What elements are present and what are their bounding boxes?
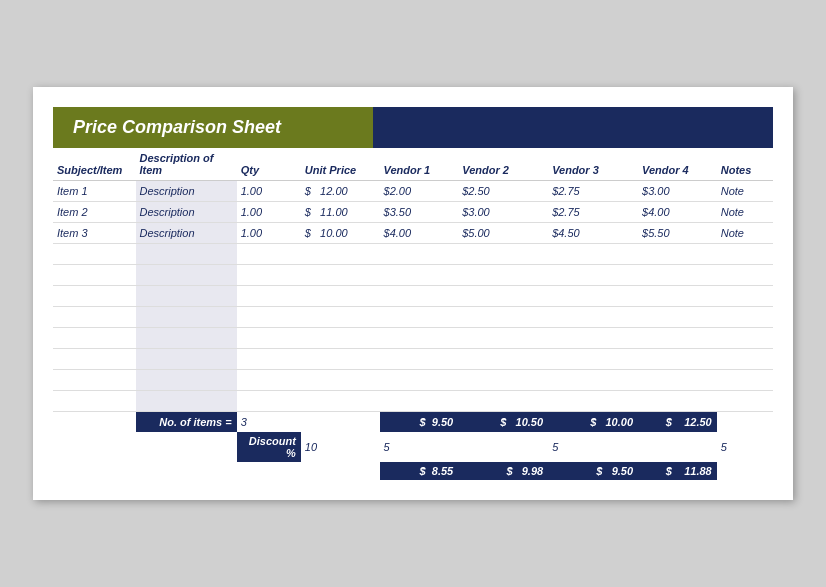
empty-cell bbox=[638, 265, 717, 286]
empty-cell bbox=[237, 265, 301, 286]
cell-v2: $5.00 bbox=[458, 223, 548, 244]
empty-cell bbox=[301, 244, 380, 265]
empty-sum bbox=[717, 462, 773, 480]
col-header-subject: Subject/Item bbox=[53, 148, 136, 181]
empty-cell bbox=[53, 370, 136, 391]
col-header-vendor3: Vendor 3 bbox=[548, 148, 638, 181]
empty-sum bbox=[53, 432, 136, 462]
cell-notes: Note bbox=[717, 181, 773, 202]
empty-cell bbox=[638, 328, 717, 349]
col-header-unit-price: Unit Price bbox=[301, 148, 380, 181]
empty-sum bbox=[301, 462, 380, 480]
empty-cell bbox=[380, 370, 459, 391]
cell-notes: Note bbox=[717, 202, 773, 223]
empty-cell bbox=[458, 328, 548, 349]
v2-discount: 5 bbox=[380, 432, 459, 462]
empty-cell bbox=[717, 349, 773, 370]
empty-row bbox=[53, 265, 773, 286]
empty-cell bbox=[237, 370, 301, 391]
empty-cell bbox=[548, 391, 638, 412]
empty-cell bbox=[638, 286, 717, 307]
v3-discount: 5 bbox=[548, 432, 638, 462]
v4-final: $ 11.88 bbox=[638, 462, 717, 480]
empty-row bbox=[53, 349, 773, 370]
empty-cell bbox=[301, 328, 380, 349]
col-header-qty: Qty bbox=[237, 148, 301, 181]
summary-row-discount: Discount % 10 5 5 5 bbox=[53, 432, 773, 462]
empty-cell bbox=[53, 265, 136, 286]
empty-row bbox=[53, 370, 773, 391]
v1-total: $ 9.50 bbox=[380, 412, 459, 433]
cell-notes: Note bbox=[717, 223, 773, 244]
empty-cell bbox=[458, 286, 548, 307]
cell-qty: 1.00 bbox=[237, 181, 301, 202]
empty-sum bbox=[53, 462, 136, 480]
col-header-vendor2: Vendor 2 bbox=[458, 148, 548, 181]
cell-subject: Item 3 bbox=[53, 223, 136, 244]
empty-cell bbox=[548, 349, 638, 370]
cell-qty: 1.00 bbox=[237, 223, 301, 244]
empty-cell bbox=[237, 286, 301, 307]
empty-cell bbox=[301, 370, 380, 391]
cell-description: Description bbox=[136, 202, 237, 223]
cell-v1: $2.00 bbox=[380, 181, 459, 202]
page: Price Comparison Sheet Subject/Item Desc… bbox=[33, 87, 793, 500]
column-header-row: Subject/Item Description of Item Qty Uni… bbox=[53, 148, 773, 181]
cell-v4: $4.00 bbox=[638, 202, 717, 223]
empty-cell bbox=[380, 328, 459, 349]
empty-sum bbox=[53, 412, 136, 433]
table-body: Item 1 Description 1.00 $ 12.00 $2.00 $2… bbox=[53, 181, 773, 481]
cell-v2: $2.50 bbox=[458, 181, 548, 202]
empty-cell bbox=[237, 391, 301, 412]
empty-cell bbox=[638, 370, 717, 391]
summary-row-totals: No. of items = 3 $ 9.50 $ 10.50 $ 10.00 … bbox=[53, 412, 773, 433]
discount-label: Discount % bbox=[237, 432, 301, 462]
empty-cell bbox=[717, 265, 773, 286]
empty-cell bbox=[548, 244, 638, 265]
empty-cell bbox=[717, 370, 773, 391]
empty-row bbox=[53, 244, 773, 265]
empty-cell bbox=[458, 307, 548, 328]
table-row: Item 3 Description 1.00 $ 10.00 $4.00 $5… bbox=[53, 223, 773, 244]
empty-cell bbox=[717, 244, 773, 265]
cell-description: Description bbox=[136, 223, 237, 244]
v3-final: $ 9.50 bbox=[548, 462, 638, 480]
col-header-vendor4: Vendor 4 bbox=[638, 148, 717, 181]
v1-final: $ 8.55 bbox=[380, 462, 459, 480]
empty-cell bbox=[237, 349, 301, 370]
cell-v3: $4.50 bbox=[548, 223, 638, 244]
title-block: Price Comparison Sheet bbox=[53, 107, 373, 148]
no-of-items-label: No. of items = bbox=[136, 412, 237, 433]
title-right bbox=[373, 107, 773, 148]
empty-sum bbox=[136, 432, 237, 462]
cell-v2: $3.00 bbox=[458, 202, 548, 223]
table-row: Item 1 Description 1.00 $ 12.00 $2.00 $2… bbox=[53, 181, 773, 202]
empty-cell bbox=[380, 391, 459, 412]
empty-cell bbox=[53, 307, 136, 328]
empty-cell bbox=[458, 349, 548, 370]
empty-cell bbox=[458, 244, 548, 265]
empty-cell bbox=[638, 244, 717, 265]
cell-v3: $2.75 bbox=[548, 181, 638, 202]
empty-cell bbox=[548, 370, 638, 391]
empty-sum bbox=[237, 462, 301, 480]
empty-cell bbox=[237, 244, 301, 265]
v4-discount: 5 bbox=[717, 432, 773, 462]
empty-cell bbox=[136, 265, 237, 286]
empty-cell bbox=[136, 391, 237, 412]
empty-sum bbox=[458, 432, 548, 462]
empty-cell bbox=[136, 244, 237, 265]
empty-cell bbox=[53, 328, 136, 349]
empty-cell bbox=[638, 391, 717, 412]
col-header-vendor1: Vendor 1 bbox=[380, 148, 459, 181]
summary-row-final: $ 8.55 $ 9.98 $ 9.50 $ 11.88 bbox=[53, 462, 773, 480]
empty-cell bbox=[717, 391, 773, 412]
empty-row bbox=[53, 307, 773, 328]
empty-row bbox=[53, 286, 773, 307]
empty-cell bbox=[237, 328, 301, 349]
empty-row bbox=[53, 391, 773, 412]
cell-qty: 1.00 bbox=[237, 202, 301, 223]
v2-total: $ 10.50 bbox=[458, 412, 548, 433]
empty-cell bbox=[458, 265, 548, 286]
empty-cell bbox=[136, 286, 237, 307]
